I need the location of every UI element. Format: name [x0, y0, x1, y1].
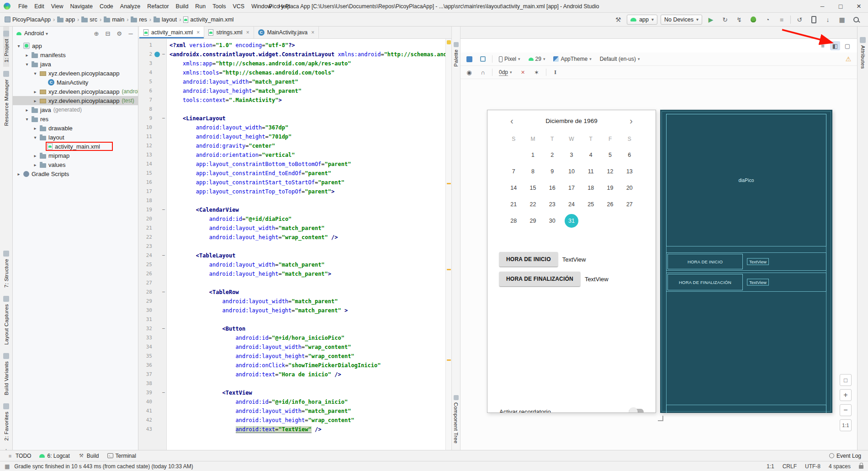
menu-navigate[interactable]: Navigate — [67, 2, 96, 11]
locate-file-icon[interactable] — [93, 30, 100, 37]
breadcrumb-app[interactable]: app — [57, 16, 75, 23]
calendar-next-month-button[interactable] — [630, 116, 633, 125]
calendar-day-31[interactable]: 31 — [562, 213, 581, 229]
tree-expanded-icon[interactable]: ▾ — [16, 43, 22, 48]
design-view-button[interactable] — [842, 41, 852, 50]
collapse-all-icon[interactable] — [104, 30, 111, 37]
calendar-day-11[interactable]: 11 — [581, 163, 600, 180]
component-gutter-icon[interactable] — [154, 52, 160, 57]
fold-marker-icon[interactable]: − — [161, 50, 166, 59]
preview-textview-1[interactable]: TextView — [562, 256, 586, 263]
calendar-day-29[interactable]: 29 — [523, 213, 542, 229]
breadcrumb-main[interactable]: main — [104, 16, 124, 23]
editor-tab-activity-main-xml[interactable]: activity_main.xml× — [139, 27, 204, 38]
breadcrumb-src[interactable]: src — [81, 16, 97, 23]
minimize-button[interactable] — [813, 0, 831, 12]
design-surface-icon[interactable] — [465, 54, 474, 64]
device-selector[interactable]: Pixel — [497, 55, 522, 63]
breadcrumb-picoyplacaapp[interactable]: PicoyPlacaApp — [5, 16, 51, 23]
maximize-button[interactable] — [831, 0, 850, 12]
menu-code[interactable]: Code — [96, 2, 116, 11]
fold-marker-icon[interactable]: − — [161, 324, 166, 333]
tree-collapsed-icon[interactable]: ▸ — [16, 171, 22, 177]
target-device-select[interactable]: No Devices — [661, 15, 702, 25]
calendar-day-4[interactable]: 4 — [581, 147, 600, 163]
calendar-day-24[interactable]: 24 — [562, 196, 581, 213]
blueprint-textview-2[interactable]: TextView — [747, 279, 769, 286]
calendar-day-16[interactable]: 16 — [543, 180, 562, 196]
tree-item-drawable[interactable]: ▸drawable — [13, 123, 138, 133]
tree-collapsed-icon[interactable]: ▸ — [32, 153, 38, 158]
tree-collapsed-icon[interactable]: ▸ — [32, 89, 38, 94]
zoom-ratio-button[interactable]: 1:1 — [840, 419, 852, 431]
code-view-button[interactable] — [818, 41, 828, 50]
calendar-day-13[interactable]: 13 — [620, 163, 639, 180]
calendar-day-26[interactable]: 26 — [600, 196, 619, 213]
sdk-manager-button[interactable] — [822, 15, 833, 25]
menu-window[interactable]: Window — [248, 2, 275, 11]
tree-item-xyz-devleen-picoyplacaapp-androidtest[interactable]: ▸xyz.devleen.picoyplacaapp (androidTest) — [13, 87, 138, 96]
run-config-select[interactable]: app — [627, 15, 657, 25]
menu-file[interactable]: File — [15, 2, 31, 11]
calendar-day-15[interactable]: 15 — [523, 180, 542, 196]
blueprint-button-2[interactable]: HORA DE FINALIZACIÓN — [667, 274, 743, 290]
tree-expanded-icon[interactable]: ▾ — [24, 117, 30, 122]
editor-body[interactable]: 12−3456789−10111213141516171819−20212223… — [138, 39, 451, 450]
locale-selector[interactable]: Default (en-us) — [598, 55, 642, 63]
toolwindow-button-attributes[interactable]: Attributes — [860, 33, 866, 73]
calendar-day-30[interactable]: 30 — [543, 213, 562, 229]
inspections-indicator[interactable] — [447, 40, 451, 44]
blueprint-button-1[interactable]: HORA DE INICIO — [667, 254, 743, 269]
calendar-day-12[interactable]: 12 — [600, 163, 619, 180]
calendar-day-9[interactable]: 9 — [543, 163, 562, 180]
caret-position[interactable]: 1:1 — [767, 463, 774, 470]
zoom-in-button[interactable] — [840, 389, 852, 401]
calendar-day-5[interactable]: 5 — [600, 147, 619, 163]
tree-item-xyz-devleen-picoyplacaapp[interactable]: ▾xyz.devleen.picoyplacaapp — [13, 69, 138, 78]
calendar-day-14[interactable]: 14 — [504, 180, 523, 196]
profiler-button[interactable] — [762, 15, 773, 25]
breadcrumb-activity-main-xml[interactable]: activity_main.xml — [183, 16, 233, 23]
tree-collapsed-icon[interactable]: ▸ — [32, 98, 38, 103]
zoom-out-button[interactable] — [840, 404, 852, 416]
menu-edit[interactable]: Edit — [31, 2, 48, 11]
calendar-day-21[interactable]: 21 — [504, 196, 523, 213]
settings-gear-icon[interactable] — [116, 30, 123, 37]
toolwindow-button-todo[interactable]: TODO — [3, 450, 35, 461]
editor-tab-mainactivity-java[interactable]: MainActivity.java× — [254, 27, 319, 38]
breadcrumb-layout[interactable]: layout — [153, 16, 177, 23]
close-button[interactable] — [850, 0, 868, 12]
fold-marker-icon[interactable]: − — [161, 251, 166, 260]
component-tree-button[interactable]: Component Tree — [453, 395, 459, 444]
tree-expanded-icon[interactable]: ▾ — [24, 62, 30, 67]
calendar-day-28[interactable]: 28 — [504, 213, 523, 229]
indent-setting[interactable]: 4 spaces — [829, 463, 851, 470]
build-hammer-button[interactable] — [613, 15, 624, 25]
search-everywhere-button[interactable] — [851, 15, 862, 25]
tree-item-res[interactable]: ▾res — [13, 114, 138, 123]
avd-manager-button[interactable] — [808, 15, 819, 25]
blueprint-table-row-2[interactable]: HORA DE FINALIZACIÓN TextView — [666, 273, 826, 292]
split-view-button[interactable] — [830, 41, 840, 50]
reminder-switch[interactable] — [629, 409, 644, 413]
design-preview[interactable]: Diciembre de 1969 SMTWTFS 12345678910111… — [487, 110, 656, 413]
api-level-selector[interactable]: 29 — [527, 55, 547, 63]
menu-run[interactable]: Run — [192, 2, 209, 11]
fold-marker-icon[interactable]: − — [161, 388, 166, 397]
calendar-day-6[interactable]: 6 — [620, 147, 639, 163]
apply-code-changes-button[interactable] — [734, 15, 745, 25]
clear-constraints-icon[interactable] — [519, 68, 528, 77]
toolwindow-button-6-logcat[interactable]: 6: Logcat — [35, 450, 74, 461]
toolwindow-button-terminal[interactable]: Terminal — [103, 450, 140, 461]
menu-view[interactable]: View — [48, 2, 67, 11]
tree-item-activity-main-xml[interactable]: activity_main.xml — [13, 142, 138, 151]
toolwindow-button-7-structure[interactable]: 7: Structure — [3, 246, 9, 292]
toolwindow-button-build[interactable]: Build — [74, 450, 103, 461]
guidelines-icon[interactable] — [551, 68, 560, 77]
calendar-day-10[interactable]: 10 — [562, 163, 581, 180]
hide-panel-icon[interactable] — [127, 30, 134, 37]
calendar-prev-month-button[interactable] — [510, 116, 513, 125]
tree-collapsed-icon[interactable]: ▸ — [24, 53, 30, 58]
calendar-day-18[interactable]: 18 — [581, 180, 600, 196]
palette-button[interactable]: Palette — [453, 42, 459, 67]
